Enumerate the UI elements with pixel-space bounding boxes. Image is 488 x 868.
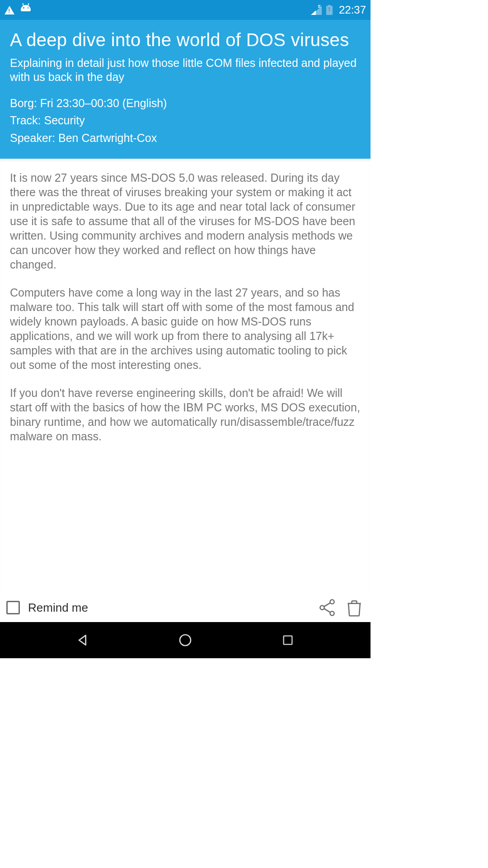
event-room-line: Borg: Fri 23:30–00:30 (English) (10, 94, 361, 112)
remind-me-checkbox[interactable] (6, 601, 20, 614)
svg-point-2 (330, 611, 334, 615)
svg-line-3 (324, 603, 330, 606)
event-description[interactable]: It is now 27 years since MS-DOS 5.0 was … (0, 159, 371, 593)
share-icon[interactable] (317, 598, 337, 618)
status-time: 22:37 (339, 4, 366, 16)
speaker-value: Ben Cartwright-Cox (55, 132, 157, 144)
action-icons (317, 598, 364, 618)
signal-icon: E (311, 5, 322, 15)
speaker-label: Speaker: (10, 132, 55, 144)
remind-me-control[interactable]: Remind me (6, 601, 317, 615)
svg-point-5 (180, 635, 191, 646)
svg-point-1 (320, 605, 324, 609)
svg-rect-6 (283, 636, 292, 645)
track-label: Track: (10, 114, 41, 127)
event-track-line: Track: Security (10, 112, 361, 129)
warning-icon (5, 6, 14, 14)
nav-back-icon[interactable] (74, 632, 91, 649)
nav-recent-icon[interactable] (279, 632, 296, 649)
android-icon (21, 5, 31, 15)
description-paragraph: Computers have come a long way in the la… (10, 285, 361, 372)
description-paragraph: If you don't have reverse engineering sk… (10, 386, 361, 443)
trash-icon[interactable] (344, 598, 364, 618)
event-subtitle: Explaining in detail just how those litt… (10, 56, 361, 85)
nav-home-icon[interactable] (177, 632, 194, 649)
svg-line-4 (324, 609, 330, 612)
status-bar: E ! 22:37 (0, 0, 371, 20)
event-title: A deep dive into the world of DOS viruse… (10, 29, 361, 51)
svg-point-0 (330, 600, 334, 604)
room-value: Fri 23:30–00:30 (English) (37, 97, 167, 109)
remind-me-label: Remind me (28, 601, 88, 615)
bottom-action-bar: Remind me (0, 593, 371, 622)
navigation-bar (0, 622, 371, 658)
event-speaker-line: Speaker: Ben Cartwright-Cox (10, 129, 361, 147)
battery-icon: ! (326, 5, 333, 15)
status-left (5, 5, 31, 15)
description-paragraph: It is now 27 years since MS-DOS 5.0 was … (10, 170, 361, 272)
status-right: E ! 22:37 (311, 4, 366, 16)
track-value: Security (41, 114, 85, 127)
room-label: Borg: (10, 97, 37, 109)
event-header: A deep dive into the world of DOS viruse… (0, 20, 371, 159)
